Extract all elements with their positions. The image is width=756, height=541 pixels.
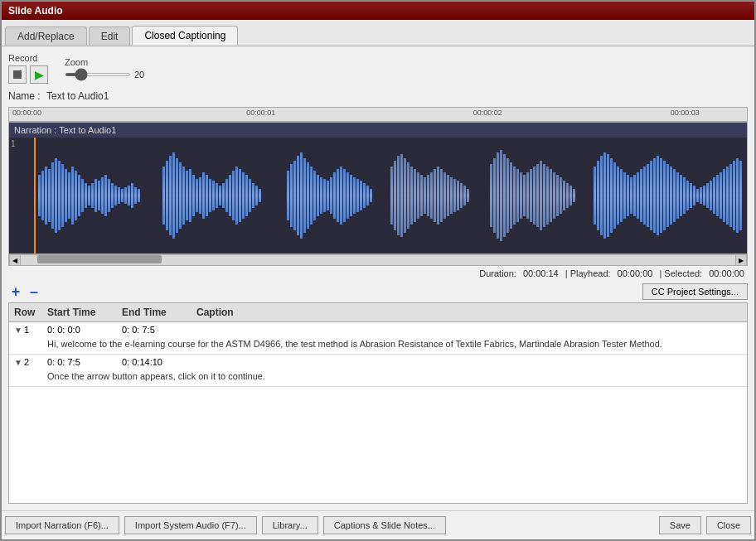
svg-rect-90 bbox=[400, 154, 403, 237]
timeline-markers: 00:00:00 00:00:01 00:00:02 00:00:03 bbox=[12, 107, 744, 122]
add-remove-buttons: + – bbox=[8, 284, 41, 299]
svg-rect-113 bbox=[497, 152, 499, 239]
svg-rect-160 bbox=[670, 167, 672, 225]
library-button[interactable]: Library... bbox=[262, 516, 318, 534]
scroll-right-arrow[interactable]: ▶ bbox=[735, 254, 747, 266]
svg-rect-20 bbox=[104, 175, 107, 216]
captions-slide-notes-button[interactable]: Captions & Slide Notes... bbox=[323, 516, 446, 534]
svg-rect-46 bbox=[212, 181, 215, 210]
svg-rect-50 bbox=[225, 179, 228, 212]
table-row-main-2[interactable]: ▼ 2 0: 0: 7:5 0: 0:14:10 bbox=[9, 355, 747, 370]
scroll-thumb[interactable] bbox=[37, 255, 162, 263]
svg-rect-37 bbox=[182, 167, 185, 225]
playhead-line bbox=[34, 138, 36, 254]
svg-rect-107 bbox=[457, 181, 459, 210]
svg-rect-175 bbox=[720, 172, 722, 219]
waveform-area[interactable]: 1 bbox=[9, 138, 747, 254]
svg-rect-147 bbox=[627, 175, 629, 216]
svg-rect-91 bbox=[404, 158, 406, 233]
tab-add-replace[interactable]: Add/Replace bbox=[5, 27, 87, 46]
save-button[interactable]: Save bbox=[659, 516, 701, 534]
svg-rect-61 bbox=[287, 171, 289, 220]
toolbar-row: Record ▶ Zoom 20 bbox=[8, 53, 748, 84]
svg-rect-138 bbox=[597, 161, 599, 230]
svg-rect-87 bbox=[390, 167, 393, 225]
svg-rect-146 bbox=[623, 172, 626, 219]
svg-rect-148 bbox=[630, 177, 632, 214]
svg-rect-15 bbox=[88, 186, 90, 205]
selected-separator: | Selected: bbox=[659, 268, 702, 278]
svg-rect-161 bbox=[673, 169, 676, 222]
svg-rect-10 bbox=[71, 167, 74, 225]
svg-rect-6 bbox=[58, 161, 61, 230]
expand-arrow-2[interactable]: ▼ bbox=[14, 358, 22, 367]
svg-rect-49 bbox=[222, 183, 225, 208]
svg-rect-102 bbox=[440, 169, 443, 222]
stop-button[interactable] bbox=[8, 65, 27, 84]
import-narration-button[interactable]: Import Narration (F6)... bbox=[5, 516, 119, 534]
svg-rect-65 bbox=[300, 152, 303, 239]
selected-value: 00:00:00 bbox=[709, 268, 744, 278]
waveform-svg bbox=[9, 138, 747, 254]
zoom-slider[interactable] bbox=[65, 73, 131, 76]
svg-rect-152 bbox=[643, 167, 646, 225]
svg-rect-28 bbox=[131, 183, 133, 208]
import-system-audio-button[interactable]: Import System Audio (F7)... bbox=[124, 516, 257, 534]
svg-rect-69 bbox=[313, 171, 316, 220]
add-caption-button[interactable]: + bbox=[8, 284, 23, 299]
svg-rect-103 bbox=[443, 172, 446, 219]
svg-rect-145 bbox=[620, 169, 623, 222]
svg-rect-153 bbox=[647, 164, 649, 227]
svg-rect-72 bbox=[323, 179, 326, 212]
tab-edit[interactable]: Edit bbox=[89, 27, 131, 46]
svg-rect-43 bbox=[202, 172, 205, 219]
svg-rect-64 bbox=[297, 156, 299, 235]
svg-rect-124 bbox=[533, 167, 536, 225]
expand-arrow-1[interactable]: ▼ bbox=[14, 326, 22, 335]
tab-closed-captioning[interactable]: Closed Captioning bbox=[132, 26, 238, 46]
svg-rect-143 bbox=[613, 162, 616, 229]
col-end-time: End Time bbox=[120, 306, 195, 319]
svg-rect-159 bbox=[666, 164, 669, 227]
svg-rect-104 bbox=[447, 175, 449, 216]
svg-rect-162 bbox=[676, 172, 679, 219]
svg-rect-76 bbox=[337, 169, 339, 222]
scroll-track[interactable] bbox=[21, 255, 735, 265]
svg-rect-74 bbox=[330, 177, 332, 214]
window-title: Slide Audio bbox=[8, 5, 63, 17]
horizontal-scrollbar[interactable]: ◀ ▶ bbox=[8, 254, 748, 266]
col-caption: Caption bbox=[195, 306, 744, 319]
row-expand-1[interactable]: ▼ 1 bbox=[12, 324, 46, 336]
playhead-value: 00:00:00 bbox=[618, 268, 653, 278]
marker-2: 00:00:02 bbox=[473, 109, 502, 117]
waveform-label: Narration : Text to Audio1 bbox=[9, 123, 747, 138]
cc-project-settings-button[interactable]: CC Project Settings... bbox=[642, 283, 748, 300]
svg-rect-98 bbox=[427, 175, 429, 216]
close-button[interactable]: Close bbox=[706, 516, 751, 534]
svg-rect-81 bbox=[353, 177, 356, 214]
svg-rect-5 bbox=[55, 158, 57, 233]
remove-caption-button[interactable]: – bbox=[27, 284, 41, 299]
svg-rect-57 bbox=[249, 179, 251, 212]
scroll-left-arrow[interactable]: ◀ bbox=[9, 254, 21, 266]
svg-rect-132 bbox=[560, 177, 562, 214]
table-row-main-1[interactable]: ▼ 1 0: 0: 0:0 0: 0: 7:5 bbox=[9, 322, 747, 337]
svg-rect-142 bbox=[610, 158, 613, 233]
row-expand-2[interactable]: ▼ 2 bbox=[12, 356, 46, 368]
svg-rect-93 bbox=[410, 167, 413, 225]
tabs-bar: Add/Replace Edit Closed Captioning bbox=[2, 20, 754, 46]
waveform-container[interactable]: Narration : Text to Audio1 1 bbox=[8, 122, 748, 254]
svg-rect-125 bbox=[536, 164, 539, 227]
svg-rect-60 bbox=[259, 189, 261, 202]
svg-rect-171 bbox=[706, 183, 709, 208]
svg-rect-97 bbox=[424, 177, 426, 214]
svg-rect-129 bbox=[550, 169, 552, 222]
svg-rect-105 bbox=[450, 177, 453, 214]
row-end-2: 0: 0:14:10 bbox=[120, 356, 195, 368]
svg-rect-32 bbox=[166, 161, 168, 230]
play-button[interactable]: ▶ bbox=[30, 65, 48, 84]
svg-rect-42 bbox=[199, 177, 201, 214]
caption-table[interactable]: Row Start Time End Time Caption ▼ 1 0: 0… bbox=[8, 302, 748, 504]
svg-rect-89 bbox=[397, 156, 400, 235]
bottom-right-buttons: Save Close bbox=[659, 516, 751, 534]
